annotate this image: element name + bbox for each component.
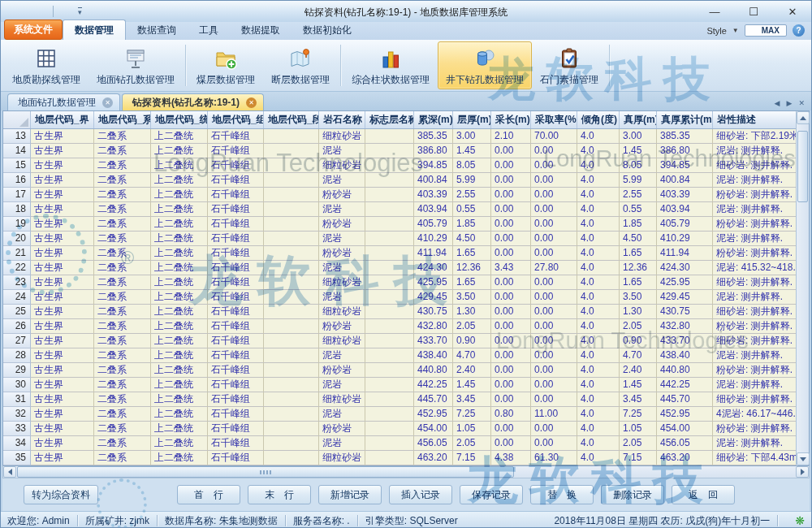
first-row-button[interactable]: 首 行 bbox=[177, 485, 240, 504]
table-cell[interactable]: 405.79 bbox=[657, 217, 713, 232]
table-cell[interactable]: 古生界 bbox=[31, 173, 94, 188]
table-cell[interactable]: 2.10 bbox=[491, 129, 531, 144]
table-cell[interactable]: 0.00 bbox=[531, 188, 577, 202]
table-row[interactable]: 13古生界二叠系上二叠统石千峰组细粒砂岩385.353.002.1070.004… bbox=[3, 129, 796, 144]
table-cell[interactable]: 454.00 bbox=[657, 422, 713, 436]
table-cell[interactable]: 古生界 bbox=[31, 334, 94, 348]
table-cell[interactable] bbox=[365, 158, 414, 173]
table-cell[interactable] bbox=[365, 407, 414, 422]
table-cell[interactable]: 石千峰组 bbox=[208, 246, 264, 261]
table-cell[interactable]: 11.00 bbox=[531, 407, 577, 422]
table-cell[interactable]: 粉砂岩: 测井解释. bbox=[713, 246, 796, 261]
table-cell[interactable] bbox=[365, 129, 414, 144]
table-cell[interactable]: 细粒砂岩 bbox=[319, 305, 365, 319]
table-cell[interactable]: 12.36 bbox=[620, 261, 657, 275]
table-cell[interactable]: 424.30 bbox=[414, 261, 453, 275]
table-cell[interactable]: 2.05 bbox=[620, 319, 657, 334]
table-cell[interactable]: 二叠系 bbox=[94, 144, 151, 158]
table-cell[interactable]: 古生界 bbox=[31, 217, 94, 232]
table-cell[interactable]: 0.00 bbox=[491, 378, 531, 392]
table-cell[interactable] bbox=[365, 261, 414, 275]
table-cell[interactable]: 0.00 bbox=[531, 392, 577, 407]
table-cell[interactable]: 0.00 bbox=[491, 392, 531, 407]
tab-data-extract[interactable]: 数据提取 bbox=[230, 20, 292, 40]
table-cell[interactable]: 405.79 bbox=[414, 217, 453, 232]
table-cell[interactable]: 泥岩: 测井解释. bbox=[713, 290, 796, 305]
table-cell[interactable]: 二叠系 bbox=[94, 188, 151, 202]
table-cell[interactable]: 石千峰组 bbox=[208, 290, 264, 305]
table-cell[interactable]: 粉砂岩: 测井解释. bbox=[713, 363, 796, 378]
ribbon-button-survey-line[interactable]: 地质勘探线管理 bbox=[4, 41, 89, 89]
table-cell[interactable]: 8.05 bbox=[453, 158, 491, 173]
row-number-cell[interactable]: 28 bbox=[3, 348, 31, 363]
table-cell[interactable]: 0.00 bbox=[531, 305, 577, 319]
table-cell[interactable]: 4.0 bbox=[577, 144, 620, 158]
table-cell[interactable]: 泥岩 bbox=[319, 378, 365, 392]
table-cell[interactable] bbox=[264, 348, 319, 363]
table-cell[interactable]: 古生界 bbox=[31, 392, 94, 407]
table-cell[interactable]: 古生界 bbox=[31, 129, 94, 144]
table-cell[interactable]: 3.45 bbox=[620, 392, 657, 407]
table-cell[interactable] bbox=[365, 246, 414, 261]
table-cell[interactable] bbox=[264, 305, 319, 319]
table-row[interactable]: 21古生界二叠系上二叠统石千峰组粉砂岩411.941.650.000.004.0… bbox=[3, 246, 796, 261]
table-cell[interactable]: 0.00 bbox=[491, 275, 531, 290]
table-cell[interactable]: 二叠系 bbox=[94, 436, 151, 451]
table-cell[interactable]: 0.00 bbox=[491, 334, 531, 348]
table-cell[interactable]: 上二叠统 bbox=[151, 348, 208, 363]
table-cell[interactable]: 425.95 bbox=[414, 275, 453, 290]
table-cell[interactable]: 4.0 bbox=[577, 261, 620, 275]
table-cell[interactable]: 细粒砂岩 bbox=[319, 451, 365, 465]
table-cell[interactable]: 0.00 bbox=[531, 436, 577, 451]
table-cell[interactable]: 386.80 bbox=[414, 144, 453, 158]
table-cell[interactable] bbox=[365, 334, 414, 348]
table-cell[interactable]: 上二叠统 bbox=[151, 129, 208, 144]
table-cell[interactable]: 粉砂岩: 测井解释. bbox=[713, 217, 796, 232]
table-row[interactable]: 23古生界二叠系上二叠统石千峰组细粒砂岩425.951.650.000.004.… bbox=[3, 275, 796, 290]
table-cell[interactable]: 古生界 bbox=[31, 319, 94, 334]
table-cell[interactable]: 0.00 bbox=[491, 363, 531, 378]
table-cell[interactable]: 古生界 bbox=[31, 436, 94, 451]
table-cell[interactable]: 4.0 bbox=[577, 173, 620, 188]
table-cell[interactable]: 石千峰组 bbox=[208, 232, 264, 246]
table-cell[interactable]: 石千峰组 bbox=[208, 378, 264, 392]
grid-column-header[interactable]: 地层代码_系 bbox=[94, 111, 151, 128]
table-cell[interactable]: 385.35 bbox=[414, 129, 453, 144]
scroll-left-icon[interactable] bbox=[3, 466, 16, 478]
table-cell[interactable]: 上二叠统 bbox=[151, 436, 208, 451]
tab-close-all-icon[interactable]: ✕ bbox=[798, 99, 805, 107]
table-cell[interactable]: 432.80 bbox=[414, 319, 453, 334]
table-cell[interactable] bbox=[264, 202, 319, 217]
horizontal-scroll-thumb[interactable] bbox=[17, 466, 514, 478]
tab-data-init[interactable]: 数据初始化 bbox=[292, 20, 363, 40]
grid-column-header[interactable]: 岩性描述 bbox=[713, 111, 796, 128]
table-cell[interactable]: 细粒砂岩 bbox=[319, 129, 365, 144]
table-cell[interactable]: 石千峰组 bbox=[208, 275, 264, 290]
row-number-cell[interactable]: 15 bbox=[3, 158, 31, 173]
save-record-button[interactable]: 保存记录 bbox=[460, 485, 523, 504]
grid-column-header[interactable]: 层厚(m) bbox=[453, 111, 491, 128]
table-cell[interactable] bbox=[365, 436, 414, 451]
ribbon-button-coal-seam[interactable]: 煤层数据管理 bbox=[188, 41, 263, 89]
table-cell[interactable]: 二叠系 bbox=[94, 407, 151, 422]
table-cell[interactable]: 5.99 bbox=[453, 173, 491, 188]
table-cell[interactable]: 411.94 bbox=[657, 246, 713, 261]
table-cell[interactable]: 泥岩 bbox=[319, 261, 365, 275]
table-cell[interactable]: 400.84 bbox=[657, 173, 713, 188]
table-cell[interactable]: 细砂岩: 测井解释. bbox=[713, 305, 796, 319]
table-cell[interactable]: 石千峰组 bbox=[208, 319, 264, 334]
table-cell[interactable]: 泥岩 bbox=[319, 173, 365, 188]
close-icon[interactable]: ✕ bbox=[102, 97, 113, 108]
table-cell[interactable]: 古生界 bbox=[31, 407, 94, 422]
table-cell[interactable]: 泥岩 bbox=[319, 202, 365, 217]
table-cell[interactable]: 石千峰组 bbox=[208, 261, 264, 275]
table-cell[interactable]: 430.75 bbox=[657, 305, 713, 319]
table-cell[interactable]: 4.0 bbox=[577, 378, 620, 392]
table-cell[interactable]: 403.39 bbox=[414, 188, 453, 202]
table-cell[interactable]: 0.00 bbox=[531, 202, 577, 217]
grid-column-header[interactable]: 地层代码_统 bbox=[151, 111, 208, 128]
table-cell[interactable]: 4.70 bbox=[620, 348, 657, 363]
insert-record-button[interactable]: 插入记录 bbox=[389, 485, 452, 504]
table-cell[interactable]: 粉砂岩 bbox=[319, 422, 365, 436]
replace-button[interactable]: 替 换 bbox=[530, 485, 594, 504]
